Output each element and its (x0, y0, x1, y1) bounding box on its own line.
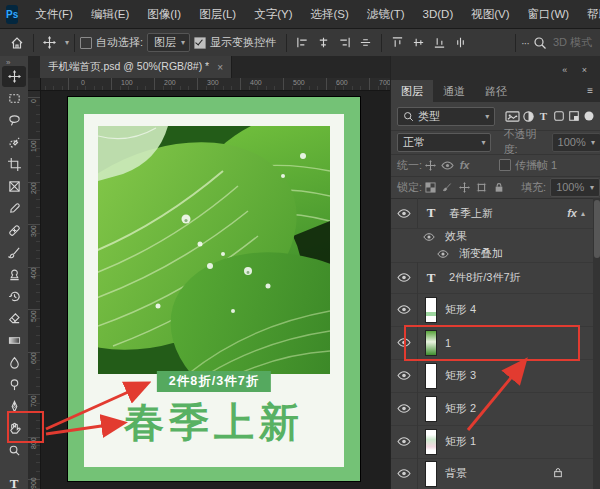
tab-channels[interactable]: 通道 (433, 80, 475, 102)
filter-smart-objects-icon[interactable] (566, 110, 581, 122)
scrollbar-thumb[interactable] (594, 200, 600, 258)
align-center-v-icon[interactable] (408, 36, 429, 49)
menu-file[interactable]: 文件(F) (26, 0, 82, 28)
marquee-tool[interactable] (2, 88, 26, 109)
distribute-h-icon[interactable] (355, 36, 376, 49)
lock-image-icon[interactable] (439, 182, 456, 193)
history-brush-tool[interactable] (2, 286, 26, 307)
menu-view[interactable]: 视图(V) (462, 0, 518, 28)
filter-adjustment-layers-icon[interactable] (521, 110, 536, 123)
align-top-icon[interactable] (387, 36, 408, 49)
fill-value[interactable]: 100%▾ (550, 178, 600, 197)
menu-help[interactable]: 帮助(H) (578, 0, 600, 28)
menu-edit[interactable]: 编辑(E) (82, 0, 138, 28)
visibility-eye-icon[interactable] (391, 392, 418, 425)
menu-filter[interactable]: 滤镜(T) (358, 0, 414, 28)
filter-shape-layers-icon[interactable] (551, 110, 566, 122)
layer-row-text-headline[interactable]: T 春季上新 fx ▴ (391, 198, 593, 229)
collapse-effects-icon[interactable]: ▴ (581, 209, 585, 218)
crop-tool[interactable] (2, 154, 26, 175)
lock-artboard-icon[interactable] (473, 182, 490, 193)
search-icon[interactable] (529, 36, 551, 50)
type-tool[interactable]: T (2, 473, 26, 489)
layer-row-text-discount[interactable]: T 2件8折/3件7折 (391, 262, 593, 294)
menu-layer[interactable]: 图层(L) (190, 0, 245, 28)
align-left-icon[interactable] (292, 36, 313, 49)
dodge-tool[interactable] (2, 374, 26, 395)
distribute-v-icon[interactable] (450, 36, 471, 49)
more-options-icon[interactable]: ··· (521, 37, 529, 49)
visibility-eye-icon[interactable] (391, 245, 453, 262)
eyedropper-tool[interactable] (2, 198, 26, 219)
filter-type-dropdown[interactable]: 类型 ▾ (397, 107, 495, 126)
opacity-value[interactable]: 100%▾ (552, 133, 600, 152)
filter-type-layers-icon[interactable]: T (536, 110, 551, 122)
menu-bar: Ps 文件(F) 编辑(E) 图像(I) 图层(L) 文字(Y) 选择(S) 滤… (0, 0, 600, 29)
visibility-eye-icon[interactable] (391, 198, 418, 228)
visibility-eye-icon[interactable] (391, 228, 439, 245)
pen-tool[interactable] (2, 396, 26, 417)
eraser-tool[interactable] (2, 308, 26, 329)
unify-visibility-icon[interactable] (439, 161, 456, 170)
lasso-tool[interactable] (2, 110, 26, 131)
canvas-area[interactable]: 0 100 200 300 400 500 600 700 0 100 200 … (28, 78, 390, 489)
clone-stamp-tool[interactable] (2, 264, 26, 285)
lock-position-icon[interactable] (456, 182, 473, 193)
layer-row-rect1[interactable]: 矩形 1 (391, 425, 593, 459)
show-transform-checkbox[interactable] (194, 37, 206, 49)
propagate-frame-checkbox[interactable] (499, 159, 511, 171)
menu-image[interactable]: 图像(I) (138, 0, 190, 28)
unify-position-icon[interactable] (422, 160, 439, 171)
visibility-eye-icon[interactable] (391, 262, 418, 293)
document-tab[interactable]: 手机端首页.psd @ 50%(RGB/8#) * × (40, 56, 232, 78)
auto-select-checkbox[interactable] (80, 37, 92, 49)
workspace-mode-label[interactable]: 3D 模式 (553, 35, 592, 50)
layer-row-background[interactable]: 背景 (391, 458, 593, 489)
panel-menu-icon[interactable]: ≡ (587, 80, 593, 102)
move-tool-icon[interactable] (39, 36, 60, 49)
menu-window[interactable]: 窗口(W) (519, 0, 579, 28)
brush-tool[interactable] (2, 242, 26, 263)
blur-tool[interactable] (2, 352, 26, 373)
align-right-icon[interactable] (334, 36, 355, 49)
blend-mode-dropdown[interactable]: 正常▾ (397, 133, 491, 152)
home-icon[interactable] (6, 36, 28, 50)
healing-brush-tool[interactable] (2, 220, 26, 241)
visibility-eye-icon[interactable] (391, 326, 418, 359)
tab-close-icon[interactable]: × (217, 62, 223, 73)
align-bottom-icon[interactable] (429, 36, 450, 49)
visibility-eye-icon[interactable] (391, 458, 418, 489)
align-center-h-icon[interactable] (313, 36, 334, 49)
layer-row-rect2[interactable]: 矩形 2 (391, 392, 593, 426)
visibility-eye-icon[interactable] (391, 359, 418, 392)
move-tool[interactable] (2, 66, 26, 87)
lock-transparent-icon[interactable] (422, 182, 439, 193)
visibility-eye-icon[interactable] (391, 293, 418, 326)
unify-style-icon[interactable]: fx (456, 159, 473, 171)
tab-paths[interactable]: 路径 (475, 80, 517, 102)
chevron-down-icon[interactable]: ▾ (65, 38, 69, 47)
gradient-tool[interactable] (2, 330, 26, 351)
layer-row-rect4[interactable]: 矩形 4 (391, 293, 593, 327)
lock-all-icon[interactable] (490, 182, 507, 193)
hand-tool[interactable] (2, 418, 26, 439)
menu-3d[interactable]: 3D(D) (414, 0, 463, 28)
collapse-panel-icon[interactable]: « × (562, 65, 593, 75)
layer-row-rect3[interactable]: 矩形 3 (391, 359, 593, 393)
filter-pixel-layers-icon[interactable] (505, 110, 520, 123)
frame-tool[interactable] (2, 176, 26, 197)
layer-row-gradient-overlay[interactable]: 渐变叠加 (391, 245, 593, 263)
menu-select[interactable]: 选择(S) (302, 0, 358, 28)
layer-row-image-1[interactable]: 1 (391, 326, 593, 360)
layer-thumbnail (426, 364, 436, 388)
filter-toggle-icon[interactable] (582, 111, 597, 121)
auto-select-target-dropdown[interactable]: 图层▾ (147, 33, 190, 52)
tab-layers[interactable]: 图层 (391, 80, 433, 102)
quick-select-tool[interactable] (2, 132, 26, 153)
panel-scrollbar[interactable] (593, 198, 600, 489)
menu-type[interactable]: 文字(Y) (245, 0, 301, 28)
zoom-tool[interactable] (2, 440, 26, 461)
layer-effects-fx-badge[interactable]: fx (567, 207, 577, 219)
layer-row-effects[interactable]: 效果 (391, 228, 593, 245)
visibility-eye-icon[interactable] (391, 425, 418, 458)
